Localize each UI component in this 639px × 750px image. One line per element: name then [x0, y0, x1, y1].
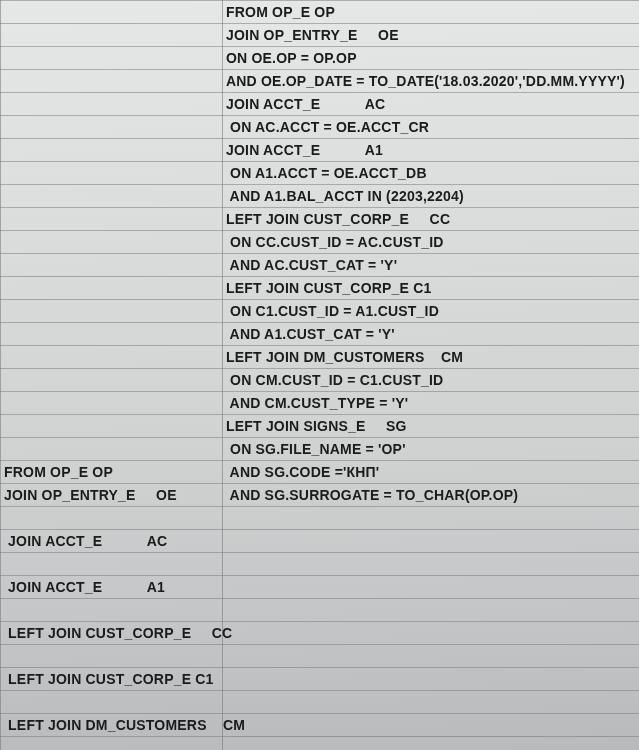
grid-row[interactable]: LEFT JOIN CUST_CORP_E CC: [0, 207, 639, 230]
grid-row[interactable]: AND AC.CUST_CAT = 'Y': [0, 253, 639, 276]
grid-row[interactable]: AND CM.CUST_TYPE = 'Y': [0, 391, 639, 414]
grid-row[interactable]: ON OE.OP = OP.OP: [0, 46, 639, 69]
cell-b[interactable]: AND A1.BAL_ACCT IN (2203,2204): [222, 185, 639, 208]
cell-b[interactable]: ON OE.OP = OP.OP: [222, 47, 639, 70]
grid-row[interactable]: LEFT JOIN DM_CUSTOMERS CM: [0, 345, 639, 368]
cell-a[interactable]: LEFT JOIN DM_CUSTOMERS CM: [0, 714, 226, 737]
cell-a[interactable]: JOIN ACCT_E AC: [0, 530, 226, 553]
grid-row[interactable]: JOIN ACCT_E A1: [0, 138, 639, 161]
cell-b[interactable]: ON CM.CUST_ID = C1.CUST_ID: [222, 369, 639, 392]
grid-row[interactable]: [0, 690, 639, 713]
cell-a[interactable]: JOIN OP_ENTRY_E OE: [0, 484, 226, 507]
grid-row[interactable]: JOIN OP_ENTRY_E OE: [0, 23, 639, 46]
cell-b[interactable]: JOIN ACCT_E AC: [222, 93, 639, 116]
cell-a[interactable]: LEFT JOIN CUST_CORP_E CC: [0, 622, 226, 645]
cell-b[interactable]: JOIN ACCT_E A1: [222, 139, 639, 162]
cell-b[interactable]: ON A1.ACCT = OE.ACCT_DB: [222, 162, 639, 185]
cell-b[interactable]: FROM OP_E OP: [222, 1, 639, 24]
grid-row[interactable]: FROM OP_E OP: [0, 0, 639, 23]
grid-row[interactable]: ON CM.CUST_ID = C1.CUST_ID: [0, 368, 639, 391]
grid-row[interactable]: LEFT JOIN CUST_CORP_E CC: [0, 621, 639, 644]
cell-b[interactable]: AND SG.CODE ='КНП': [222, 461, 639, 484]
cell-b[interactable]: AND CM.CUST_TYPE = 'Y': [222, 392, 639, 415]
cell-b[interactable]: LEFT JOIN SIGNS_E SG: [222, 415, 639, 438]
grid-row[interactable]: AND OE.OP_DATE = TO_DATE('18.03.2020','D…: [0, 69, 639, 92]
grid-row[interactable]: LEFT JOIN CUST_CORP_E C1: [0, 667, 639, 690]
cell-b[interactable]: ON C1.CUST_ID = A1.CUST_ID: [222, 300, 639, 323]
grid-row-border: [0, 736, 639, 737]
grid-row[interactable]: ON CC.CUST_ID = AC.CUST_ID: [0, 230, 639, 253]
cell-a[interactable]: FROM OP_E OP: [0, 461, 226, 484]
grid-row[interactable]: LEFT JOIN CUST_CORP_E C1: [0, 276, 639, 299]
cell-b[interactable]: AND A1.CUST_CAT = 'Y': [222, 323, 639, 346]
grid-row[interactable]: JOIN ACCT_E AC: [0, 92, 639, 115]
cell-b[interactable]: ON CC.CUST_ID = AC.CUST_ID: [222, 231, 639, 254]
cell-b[interactable]: JOIN OP_ENTRY_E OE: [222, 24, 639, 47]
grid-row[interactable]: [0, 644, 639, 667]
cell-b[interactable]: ON AC.ACCT = OE.ACCT_CR: [222, 116, 639, 139]
cell-b[interactable]: AND AC.CUST_CAT = 'Y': [222, 254, 639, 277]
cell-b[interactable]: AND OE.OP_DATE = TO_DATE('18.03.2020','D…: [222, 70, 639, 93]
grid-row[interactable]: JOIN OP_ENTRY_E OE AND SG.SURROGATE = TO…: [0, 483, 639, 506]
grid-row[interactable]: LEFT JOIN SIGNS_E SG: [0, 414, 639, 437]
grid-row[interactable]: [0, 506, 639, 529]
grid-row[interactable]: ON C1.CUST_ID = A1.CUST_ID: [0, 299, 639, 322]
grid-row[interactable]: JOIN ACCT_E A1: [0, 575, 639, 598]
grid-row[interactable]: ON AC.ACCT = OE.ACCT_CR: [0, 115, 639, 138]
spreadsheet-view[interactable]: FROM OP_E OP JOIN OP_ENTRY_E OE ON OE.OP…: [0, 0, 639, 750]
cell-b[interactable]: ON SG.FILE_NAME = 'OP': [222, 438, 639, 461]
grid-row[interactable]: AND A1.CUST_CAT = 'Y': [0, 322, 639, 345]
grid-row[interactable]: ON SG.FILE_NAME = 'OP': [0, 437, 639, 460]
grid-row[interactable]: LEFT JOIN DM_CUSTOMERS CM: [0, 713, 639, 736]
cell-b[interactable]: LEFT JOIN CUST_CORP_E CC: [222, 208, 639, 231]
cell-b[interactable]: LEFT JOIN CUST_CORP_E C1: [222, 277, 639, 300]
cell-a[interactable]: LEFT JOIN CUST_CORP_E C1: [0, 668, 226, 691]
grid-row[interactable]: [0, 598, 639, 621]
cell-b[interactable]: AND SG.SURROGATE = TO_CHAR(OP.OP): [222, 484, 639, 507]
grid-row[interactable]: [0, 552, 639, 575]
cell-a[interactable]: JOIN ACCT_E A1: [0, 576, 226, 599]
grid-row[interactable]: AND A1.BAL_ACCT IN (2203,2204): [0, 184, 639, 207]
grid-row[interactable]: ON A1.ACCT = OE.ACCT_DB: [0, 161, 639, 184]
grid-row[interactable]: JOIN ACCT_E AC: [0, 529, 639, 552]
cell-b[interactable]: LEFT JOIN DM_CUSTOMERS CM: [222, 346, 639, 369]
grid-row[interactable]: FROM OP_E OP AND SG.CODE ='КНП': [0, 460, 639, 483]
